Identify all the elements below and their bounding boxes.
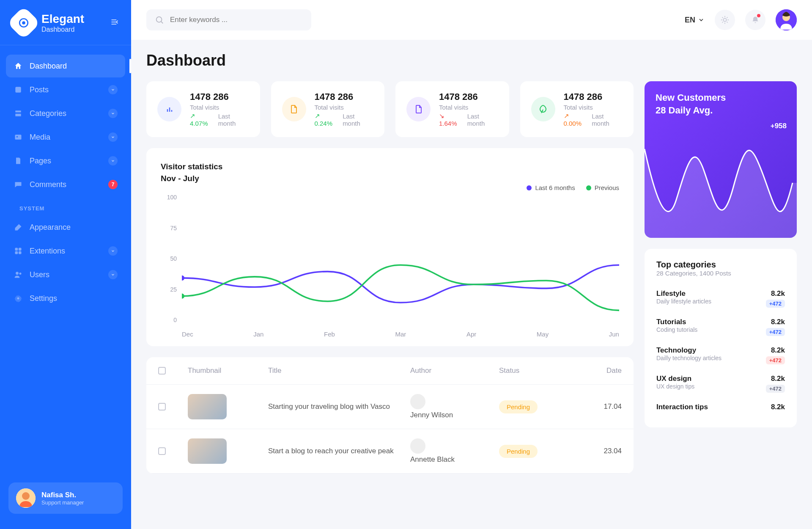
svg-point-1 bbox=[22, 21, 25, 25]
category-row[interactable]: LifestyleDaily lifestyle articles 8.2k+4… bbox=[656, 284, 785, 313]
nav-label: Extentions bbox=[30, 247, 65, 256]
notifications-button[interactable] bbox=[745, 10, 765, 30]
stat-card: 1478 286 Total visits ↗ 0.24%Last month bbox=[271, 81, 385, 137]
category-count: 8.2k bbox=[771, 403, 785, 411]
svg-point-34 bbox=[182, 276, 184, 281]
nav-users[interactable]: Users bbox=[6, 263, 125, 286]
pages-icon bbox=[14, 156, 23, 165]
nav-extensions[interactable]: Extentions bbox=[6, 240, 125, 262]
promo-title: New Customers28 Daily Avg. bbox=[656, 91, 786, 116]
nav-section-label: SYSTEM bbox=[6, 197, 125, 215]
brand-title: Elegant bbox=[41, 12, 84, 26]
category-row[interactable]: UX designUX design tips 8.2k+472 bbox=[656, 369, 785, 398]
profile-avatar[interactable] bbox=[776, 9, 797, 30]
select-all-checkbox[interactable] bbox=[158, 367, 166, 375]
stat-label: Total visits bbox=[564, 104, 623, 111]
user-name: Nafisa Sh. bbox=[41, 491, 84, 499]
stat-period: Last month bbox=[343, 113, 373, 127]
category-badge: +472 bbox=[766, 328, 785, 336]
sidebar-collapse-button[interactable] bbox=[110, 18, 119, 28]
nav-label: Appearance bbox=[30, 223, 71, 232]
category-count: 8.2k bbox=[771, 375, 785, 383]
stat-value: 1478 286 bbox=[315, 91, 374, 102]
lang-label: EN bbox=[685, 16, 695, 25]
category-count: 8.2k bbox=[771, 346, 785, 355]
stat-label: Total visits bbox=[439, 104, 498, 111]
stat-value: 1478 286 bbox=[190, 91, 249, 102]
search-icon bbox=[155, 15, 164, 25]
stat-card: 1478 286 Total visits ↘ 1.64%Last month bbox=[395, 81, 509, 137]
category-row[interactable]: TechnologyDailly technology articles 8.2… bbox=[656, 341, 785, 369]
categories-title: Top categories bbox=[656, 260, 785, 270]
category-badge: +472 bbox=[766, 356, 785, 364]
chart-plot bbox=[182, 194, 619, 323]
nav-settings[interactable]: Settings bbox=[6, 287, 125, 310]
row-thumbnail bbox=[188, 438, 227, 464]
svg-line-27 bbox=[727, 17, 728, 18]
svg-point-35 bbox=[182, 294, 184, 299]
theme-toggle[interactable] bbox=[715, 10, 735, 30]
table-row[interactable]: Start a blog to reach your creative peak… bbox=[146, 429, 634, 474]
search-box[interactable] bbox=[146, 9, 311, 30]
nav-appearance[interactable]: Appearance bbox=[6, 216, 125, 239]
stat-icon bbox=[282, 97, 306, 121]
table-row[interactable]: Starting your traveling blog with Vasco … bbox=[146, 385, 634, 429]
nav-media[interactable]: Media bbox=[6, 126, 125, 149]
nav-label: Settings bbox=[30, 294, 57, 303]
category-name: Lifestyle bbox=[656, 289, 711, 298]
stat-icon bbox=[406, 97, 431, 121]
category-row[interactable]: Interaction tips 8.2k bbox=[656, 398, 785, 416]
user-role: Support manager bbox=[41, 499, 84, 506]
trend-icon: ↗ 0.00% bbox=[564, 112, 589, 127]
new-customers-card: New Customers28 Daily Avg. +958 bbox=[645, 81, 797, 238]
chevron-down-icon bbox=[108, 156, 118, 165]
trend-icon: ↘ 1.64% bbox=[439, 112, 464, 127]
nav-comments[interactable]: Comments 7 bbox=[6, 173, 125, 196]
promo-delta: +958 bbox=[771, 122, 787, 130]
svg-point-19 bbox=[723, 18, 726, 21]
svg-line-18 bbox=[161, 22, 163, 24]
category-name: UX design bbox=[656, 375, 694, 383]
category-count: 8.2k bbox=[771, 318, 785, 326]
category-name: Interaction tips bbox=[656, 403, 708, 411]
row-title: Start a blog to reach your creative peak bbox=[268, 447, 406, 455]
svg-rect-10 bbox=[15, 251, 18, 254]
svg-rect-8 bbox=[15, 248, 18, 251]
stat-period: Last month bbox=[218, 113, 249, 127]
language-switch[interactable]: EN bbox=[685, 16, 705, 25]
comments-icon bbox=[14, 180, 23, 189]
nav-categories[interactable]: Categories bbox=[6, 102, 125, 125]
svg-rect-5 bbox=[15, 87, 21, 92]
stat-icon bbox=[531, 97, 555, 121]
sidebar-user-card[interactable]: Nafisa Sh. Support manager bbox=[8, 482, 123, 514]
chevron-down-icon bbox=[108, 246, 118, 256]
nav-posts[interactable]: Posts bbox=[6, 78, 125, 101]
category-desc: Coding tutorials bbox=[656, 326, 697, 333]
nav-pages[interactable]: Pages bbox=[6, 149, 125, 172]
brand-subtitle: Dashboard bbox=[41, 26, 84, 33]
chevron-down-icon bbox=[108, 132, 118, 142]
posts-table: Thumbnail Title Author Status Date Start… bbox=[146, 357, 634, 474]
chart-legend: Last 6 monthsPrevious bbox=[161, 184, 619, 191]
svg-line-26 bbox=[722, 22, 723, 23]
stat-label: Total visits bbox=[190, 104, 249, 111]
category-row[interactable]: TutorialsCoding tutorials 8.2k+472 bbox=[656, 313, 785, 341]
primary-nav: Dashboard Posts Categories Media Pages C… bbox=[0, 55, 131, 310]
category-desc: UX design tips bbox=[656, 383, 694, 390]
nav-dashboard[interactable]: Dashboard bbox=[6, 55, 125, 77]
stat-period: Last month bbox=[592, 113, 623, 127]
posts-icon bbox=[14, 85, 23, 94]
user-avatar bbox=[16, 488, 36, 508]
row-checkbox[interactable] bbox=[158, 403, 166, 411]
stat-label: Total visits bbox=[315, 104, 374, 111]
search-input[interactable] bbox=[170, 16, 303, 24]
brand: Elegant Dashboard bbox=[0, 11, 131, 45]
home-icon bbox=[14, 61, 23, 71]
category-badge: +472 bbox=[766, 385, 785, 393]
gear-icon bbox=[14, 294, 23, 303]
row-checkbox[interactable] bbox=[158, 447, 166, 455]
categories-subtitle: 28 Categories, 1400 Posts bbox=[656, 270, 785, 277]
chart-y-axis: 1007550250 bbox=[161, 194, 177, 323]
chevron-down-icon bbox=[108, 270, 118, 279]
categories-icon bbox=[14, 109, 23, 118]
